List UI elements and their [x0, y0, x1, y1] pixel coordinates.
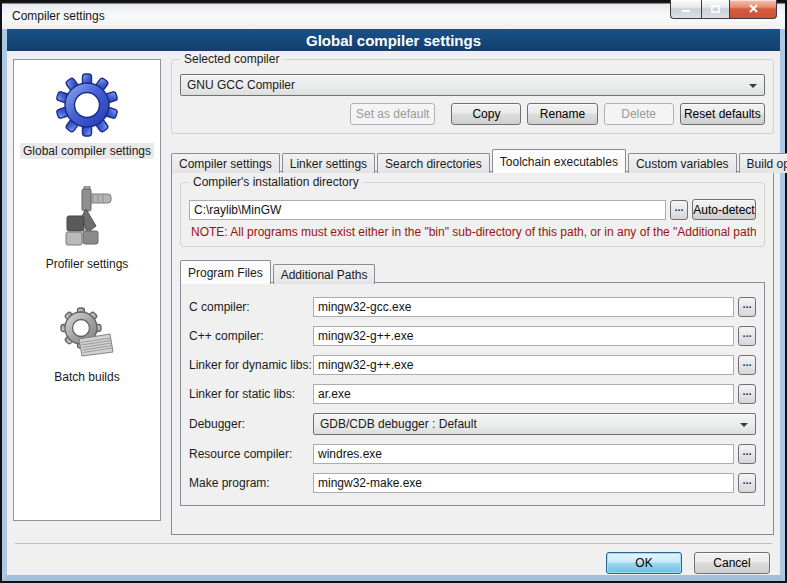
make-program-input[interactable] — [313, 473, 734, 493]
cpp-compiler-input[interactable] — [313, 326, 734, 346]
cpp-compiler-row: C++ compiler: ... — [189, 326, 756, 346]
installation-directory-group-label: Compiler's installation directory — [189, 175, 363, 189]
selected-compiler-group: Selected compiler GNU GCC Compiler Set a… — [171, 59, 774, 134]
sidebar-item-label: Global compiler settings — [20, 143, 154, 159]
footer: OK Cancel — [7, 544, 780, 574]
sidebar-item-profiler-settings[interactable]: Profiler settings — [43, 186, 132, 272]
tab-compiler-settings[interactable]: Compiler settings — [171, 153, 280, 173]
tab-additional-paths[interactable]: Additional Paths — [273, 264, 376, 284]
dynamic-linker-input[interactable] — [313, 355, 734, 375]
settings-tab-strip: Compiler settings Linker settings Search… — [171, 148, 774, 172]
delete-button: Delete — [604, 103, 674, 125]
static-linker-row: Linker for static libs: ... — [189, 384, 756, 404]
field-label: C++ compiler: — [189, 329, 313, 343]
compiler-select-value: GNU GCC Compiler — [187, 78, 295, 92]
tab-linker-settings[interactable]: Linker settings — [282, 153, 375, 173]
debugger-select-value: GDB/CDB debugger : Default — [320, 417, 477, 431]
field-label: C compiler: — [189, 300, 313, 314]
selected-compiler-group-label: Selected compiler — [180, 52, 283, 66]
chevron-down-icon — [749, 84, 757, 88]
reset-defaults-button[interactable]: Reset defaults — [680, 103, 765, 125]
sidebar-item-global-compiler-settings[interactable]: Global compiler settings — [20, 73, 154, 159]
program-files-tab-strip: Program Files Additional Paths — [180, 259, 765, 283]
installation-directory-browse-button[interactable]: ... — [670, 200, 688, 220]
sidebar-item-label: Batch builds — [51, 369, 122, 385]
compiler-select[interactable]: GNU GCC Compiler — [180, 74, 765, 96]
resource-compiler-row: Resource compiler: ... — [189, 444, 756, 464]
field-label: Linker for static libs: — [189, 387, 313, 401]
sidebar-item-label: Profiler settings — [43, 256, 132, 272]
restore-button[interactable] — [701, 0, 730, 19]
set-as-default-button: Set as default — [350, 103, 435, 125]
minimize-icon — [681, 5, 691, 14]
window-title: Compiler settings — [12, 9, 105, 23]
restore-icon — [710, 4, 721, 14]
tab-custom-variables[interactable]: Custom variables — [628, 153, 737, 173]
auto-detect-button[interactable]: Auto-detect — [692, 199, 756, 220]
resource-compiler-browse-button[interactable]: ... — [738, 444, 756, 464]
installation-directory-input[interactable] — [189, 200, 666, 220]
cancel-button[interactable]: Cancel — [694, 552, 770, 574]
blue-gear-icon — [55, 73, 119, 137]
window-controls — [670, 0, 777, 19]
page-title: Global compiler settings — [306, 32, 481, 49]
c-compiler-input[interactable] — [313, 297, 734, 317]
copy-button[interactable]: Copy — [451, 103, 521, 125]
tab-search-directories[interactable]: Search directories — [377, 153, 490, 173]
gray-gear-papers-icon — [55, 299, 119, 363]
chevron-down-icon — [740, 423, 748, 427]
tab-program-files[interactable]: Program Files — [180, 260, 271, 284]
minimize-button[interactable] — [670, 0, 701, 19]
dynamic-linker-browse-button[interactable]: ... — [738, 355, 756, 375]
field-label: Linker for dynamic libs: — [189, 358, 313, 372]
debugger-select[interactable]: GDB/CDB debugger : Default — [313, 413, 756, 435]
page-header: Global compiler settings — [7, 29, 780, 51]
c-compiler-row: C compiler: ... — [189, 297, 756, 317]
titlebar: Compiler settings — [2, 0, 785, 29]
static-linker-browse-button[interactable]: ... — [738, 384, 756, 404]
rename-button[interactable]: Rename — [527, 103, 597, 125]
field-label: Make program: — [189, 476, 313, 490]
program-files-panel: C compiler: ... C++ compiler: ... — [180, 282, 765, 506]
make-program-row: Make program: ... — [189, 473, 756, 493]
dynamic-linker-row: Linker for dynamic libs: ... — [189, 355, 756, 375]
bin-subdirectory-note: NOTE: All programs must exist either in … — [191, 225, 756, 239]
tab-build-options[interactable]: Build options — [739, 153, 787, 173]
toolchain-executables-panel: Compiler's installation directory ... Au… — [171, 171, 774, 535]
close-icon — [748, 4, 759, 14]
static-linker-input[interactable] — [313, 384, 734, 404]
tab-toolchain-executables[interactable]: Toolchain executables — [492, 149, 626, 173]
resource-compiler-input[interactable] — [313, 444, 734, 464]
installation-directory-group: Compiler's installation directory ... Au… — [180, 182, 765, 247]
debugger-row: Debugger: GDB/CDB debugger : Default — [189, 413, 756, 435]
ok-button[interactable]: OK — [606, 552, 682, 574]
cpp-compiler-browse-button[interactable]: ... — [738, 326, 756, 346]
settings-category-list: Global compiler settings — [13, 59, 161, 521]
make-program-browse-button[interactable]: ... — [738, 473, 756, 493]
dialog-body: Global compiler settings — [2, 29, 785, 581]
field-label: Debugger: — [189, 417, 313, 431]
compiler-settings-dialog: Compiler settings Global compiler set — [0, 0, 787, 583]
sidebar-item-batch-builds[interactable]: Batch builds — [51, 299, 122, 385]
calipers-icon — [55, 186, 119, 250]
field-label: Resource compiler: — [189, 447, 313, 461]
close-button[interactable] — [730, 0, 777, 19]
c-compiler-browse-button[interactable]: ... — [738, 297, 756, 317]
